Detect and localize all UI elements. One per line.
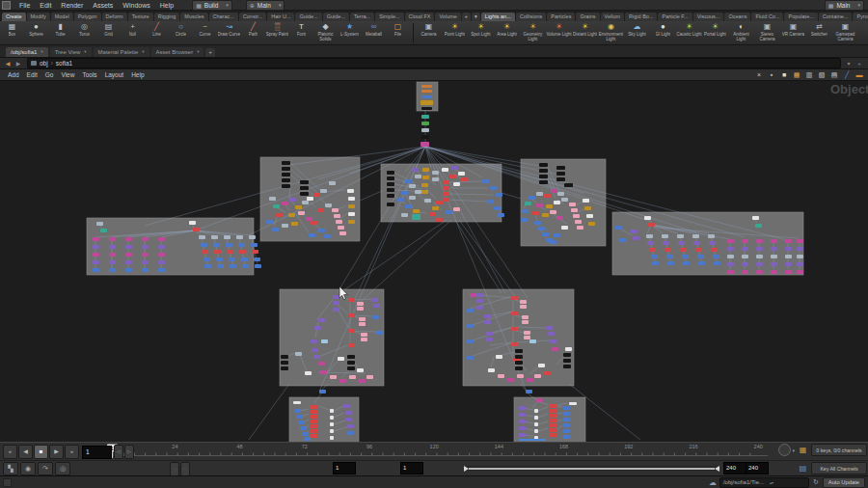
shelf-tab-guide-[interactable]: Guide... <box>323 13 349 21</box>
tool-point-light[interactable]: ☀Point Light <box>442 21 468 44</box>
graph-node[interactable] <box>752 216 759 220</box>
network-editor[interactable]: Objects <box>0 81 868 442</box>
graph-node[interactable] <box>486 332 493 336</box>
graph-node[interactable] <box>281 361 288 365</box>
graph-node[interactable] <box>663 241 669 245</box>
graph-node[interactable] <box>563 406 570 410</box>
shelf-tab-simple-[interactable]: Simple... <box>375 13 403 21</box>
graph-node[interactable] <box>563 412 570 416</box>
graph-node[interactable] <box>216 258 223 261</box>
graph-node[interactable] <box>282 178 290 182</box>
shelf-tab-hair-u-[interactable]: Hair U... <box>267 13 294 21</box>
graph-node[interactable] <box>714 261 720 265</box>
path-pin-button[interactable]: + <box>854 61 864 67</box>
graph-node[interactable] <box>619 238 626 242</box>
graph-node[interactable] <box>667 261 674 265</box>
play-button[interactable]: ▶ <box>49 445 64 459</box>
graph-node[interactable] <box>756 239 763 243</box>
graph-node[interactable] <box>422 168 429 172</box>
graph-node[interactable] <box>515 361 523 365</box>
graph-node[interactable] <box>522 315 529 319</box>
tool-grid[interactable]: ▤Grid <box>96 21 121 44</box>
graph-node[interactable] <box>93 268 99 272</box>
graph-node[interactable] <box>158 253 165 257</box>
graph-node[interactable] <box>515 349 523 353</box>
graph-node[interactable] <box>564 183 573 187</box>
graph-node[interactable] <box>546 204 553 208</box>
scoped-channels-icon[interactable]: ▤ <box>798 463 808 474</box>
graph-node[interactable] <box>742 270 748 274</box>
tool-l-system[interactable]: ★L-System <box>338 21 362 44</box>
graph-node[interactable] <box>432 177 439 181</box>
shelf-tab-populate-[interactable]: Populate... <box>784 13 817 21</box>
graph-node[interactable] <box>387 188 394 192</box>
graph-node[interactable] <box>420 142 429 147</box>
graph-node[interactable] <box>421 90 432 93</box>
network-menu-layout[interactable]: Layout <box>101 71 128 78</box>
graph-node[interactable] <box>563 353 571 357</box>
tool-box[interactable]: ▦Box <box>0 21 24 44</box>
shelf-tab-polygon[interactable]: Polygon <box>74 13 101 21</box>
pen-icon[interactable]: ╱ <box>842 70 852 79</box>
graph-node[interactable] <box>549 404 557 408</box>
graph-node[interactable] <box>93 245 99 249</box>
graph-node[interactable] <box>490 186 497 190</box>
graph-node[interactable] <box>742 247 748 251</box>
graph-node[interactable] <box>359 317 366 321</box>
graph-node[interactable] <box>357 307 364 311</box>
shelf-tab-containe-[interactable]: Containe... <box>819 13 853 21</box>
graph-node[interactable] <box>742 262 748 266</box>
graph-node[interactable] <box>797 262 803 266</box>
shelf-tab-rigging[interactable]: Rigging <box>154 13 180 21</box>
graph-node[interactable] <box>511 342 518 346</box>
graph-node[interactable] <box>339 379 346 383</box>
graph-node[interactable] <box>708 234 715 238</box>
graph-node[interactable] <box>519 426 526 430</box>
graph-node[interactable] <box>644 216 651 220</box>
graph-node[interactable] <box>476 306 483 310</box>
graph-node[interactable] <box>524 331 530 335</box>
graph-node[interactable] <box>199 235 205 239</box>
graph-node[interactable] <box>519 433 526 437</box>
tool-geometry-light[interactable]: ☀Geometry Light <box>520 21 546 44</box>
graph-node[interactable] <box>583 199 589 203</box>
network-menu-add[interactable]: Add <box>4 71 23 78</box>
shelf-tab-particle-f-[interactable]: Particle F... <box>658 13 692 21</box>
graph-node[interactable] <box>409 184 416 188</box>
graph-node[interactable] <box>498 374 504 378</box>
pin-icon[interactable]: ▪ <box>767 70 776 79</box>
graph-node[interactable] <box>470 293 476 297</box>
graph-node[interactable] <box>467 324 474 328</box>
graph-node[interactable] <box>317 208 324 212</box>
graph-node[interactable] <box>665 248 671 252</box>
graph-node[interactable] <box>453 182 460 186</box>
network-graph[interactable]: Objects <box>0 81 868 442</box>
graph-node[interactable] <box>797 255 803 258</box>
shelf-tab-pyro-fx[interactable]: Pyro FX <box>853 13 868 21</box>
graph-node[interactable] <box>432 206 439 210</box>
tool-tube[interactable]: ▮Tube <box>48 21 72 44</box>
graph-node[interactable] <box>281 366 288 370</box>
graph-node[interactable] <box>312 348 318 352</box>
path-field[interactable]: obj › sofia1 <box>27 58 841 68</box>
graph-node[interactable] <box>282 184 290 188</box>
step-forward-button[interactable]: ▷ <box>124 445 134 459</box>
graph-node[interactable] <box>325 203 332 207</box>
playback-range-end-field[interactable]: 240 <box>723 462 746 474</box>
graph-node[interactable] <box>158 268 165 272</box>
graph-node[interactable] <box>709 241 716 245</box>
graph-node[interactable] <box>742 239 748 243</box>
desktop-selector[interactable]: ▦ Build ▾ <box>192 0 232 11</box>
graph-node[interactable] <box>318 318 325 322</box>
shelf-tab-modify[interactable]: Modify <box>27 13 50 21</box>
graph-node[interactable] <box>551 189 557 193</box>
graph-node[interactable] <box>552 347 558 351</box>
graph-node[interactable] <box>683 261 690 265</box>
graph-node[interactable] <box>556 216 563 220</box>
keys-info-button[interactable]: 0 keys, 0/0 channels <box>811 444 867 456</box>
tool-curve[interactable]: ~Curve <box>193 21 217 44</box>
graph-node[interactable] <box>213 243 220 247</box>
range-end-handle[interactable] <box>715 466 719 472</box>
graph-node[interactable] <box>569 203 576 206</box>
graph-node[interactable] <box>298 420 305 424</box>
